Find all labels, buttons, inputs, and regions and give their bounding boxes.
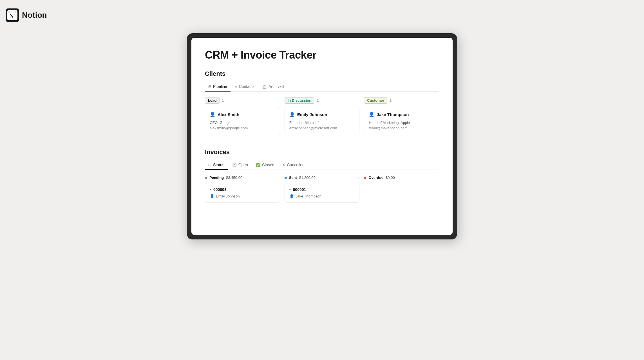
sent-status-label: Sent: [289, 175, 297, 180]
invoice-000003-icon: ▪: [210, 187, 211, 192]
client-email-alex: alexsmith@google.com: [210, 126, 275, 130]
contacts-tab-label: Contacts: [239, 84, 254, 89]
in-discussion-column: In Discussion 1 👤 Emily Johnson Founder,…: [285, 97, 360, 135]
device-frame: CRM + Invoice Tracker Clients ⊞ Pipeline…: [187, 33, 457, 239]
cancelled-tab-label: Cancelled: [287, 163, 305, 167]
client-card-alex[interactable]: 👤 Alex Smith CEO, Google alexsmith@googl…: [205, 107, 280, 135]
customer-count: 1: [390, 98, 392, 103]
in-discussion-column-header: In Discussion 1: [285, 97, 360, 104]
overdue-status-label: Overdue: [368, 175, 383, 180]
invoice-000001-client: Jake Thompson: [296, 194, 321, 198]
closed-tab-icon: ✅: [256, 163, 260, 167]
invoice-000003-client-row: 👤 Emily Johnson: [210, 194, 275, 198]
client-avatar-icon: 👤: [210, 112, 215, 117]
tab-archived[interactable]: 📋 Archived: [259, 82, 287, 92]
open-tab-label: Open: [238, 163, 248, 167]
client-email-emily: emilyjohnson@microsoft.com: [289, 126, 355, 130]
client-name-alex: Alex Smith: [218, 112, 240, 117]
svg-rect-3: [8, 11, 10, 13]
invoice-000003-number: 000003: [213, 187, 227, 192]
tab-cancelled[interactable]: ✗ Cancelled: [279, 160, 308, 170]
invoice-000003-client-icon: 👤: [210, 194, 214, 198]
sent-amount: $1,200.00: [299, 175, 316, 180]
overdue-column: Overdue $0.00: [364, 175, 439, 203]
invoice-card-000003[interactable]: ▪ 000003 👤 Emily Johnson: [205, 183, 280, 203]
invoice-000001-number: 000001: [293, 187, 306, 192]
invoice-000001-icon: ▪: [289, 187, 291, 192]
clients-section-title: Clients: [205, 70, 439, 77]
client-name-row: 👤 Alex Smith: [210, 112, 275, 117]
emily-name-row: 👤 Emily Johnson: [289, 112, 355, 117]
page-title: CRM + Invoice Tracker: [205, 49, 439, 61]
invoice-card-000001[interactable]: ▪ 000001 👤 Jake Thompson: [285, 183, 360, 203]
lead-label: Lead: [205, 97, 220, 104]
tab-closed[interactable]: ✅ Closed: [252, 160, 278, 170]
tab-status[interactable]: ⊞ Status: [205, 160, 228, 170]
page-content: CRM + Invoice Tracker Clients ⊞ Pipeline…: [191, 38, 453, 214]
svg-rect-4: [15, 11, 16, 13]
pipeline-columns: Lead 1 👤 Alex Smith CEO, Google alexsmit…: [205, 97, 439, 135]
contacts-tab-icon: ○: [235, 85, 237, 89]
jake-avatar-icon: 👤: [369, 112, 374, 117]
sent-column: Sent $1,200.00 ▪ 000001 👤 Jake Thompson: [285, 175, 360, 203]
overdue-dot: [364, 177, 366, 179]
client-name-emily: Emily Johnson: [297, 112, 327, 117]
in-discussion-count: 1: [317, 98, 319, 103]
client-role-emily: Founder, Microsoft: [289, 121, 355, 125]
invoice-columns: Pending $3,450.00 ▪ 000003 👤 Emily Johns…: [205, 175, 439, 203]
open-tab-icon: 🕐: [232, 163, 237, 167]
notion-branding: N Notion: [6, 6, 638, 25]
pipeline-tab-label: Pipeline: [213, 84, 227, 89]
notion-logo-text: Notion: [22, 11, 47, 20]
pending-status-label: Pending: [209, 175, 224, 180]
invoice-000003-client: Emily Johnson: [216, 194, 240, 198]
invoices-section-title: Invoices: [205, 148, 439, 156]
svg-text:N: N: [9, 12, 14, 19]
archived-tab-icon: 📋: [262, 85, 267, 89]
customer-column-header: Customer 1: [364, 97, 439, 104]
pipeline-tab-icon: ⊞: [208, 85, 211, 89]
invoice-000001-number-row: ▪ 000001: [289, 187, 355, 192]
pending-amount: $3,450.00: [226, 175, 242, 180]
pending-column-header: Pending $3,450.00: [205, 175, 280, 180]
client-role-alex: CEO, Google: [210, 121, 275, 125]
client-role-jake: Head of Marketing, Apple: [369, 121, 434, 125]
jake-name-row: 👤 Jake Thompson: [369, 112, 434, 117]
cancelled-tab-icon: ✗: [282, 163, 285, 167]
status-tab-label: Status: [213, 163, 224, 167]
lead-column-header: Lead 1: [205, 97, 280, 104]
sent-dot: [285, 177, 287, 179]
client-card-emily[interactable]: 👤 Emily Johnson Founder, Microsoft emily…: [285, 107, 360, 135]
invoice-000003-number-row: ▪ 000003: [210, 187, 275, 192]
tab-pipeline[interactable]: ⊞ Pipeline: [205, 82, 231, 92]
customer-column: Customer 1 👤 Jake Thompson Head of Marke…: [364, 97, 439, 135]
customer-label: Customer: [364, 97, 387, 104]
pending-column: Pending $3,450.00 ▪ 000003 👤 Emily Johns…: [205, 175, 280, 203]
emily-avatar-icon: 👤: [289, 112, 295, 117]
overdue-column-header: Overdue $0.00: [364, 175, 439, 180]
notion-logo-icon: N: [6, 8, 19, 22]
client-card-jake[interactable]: 👤 Jake Thompson Head of Marketing, Apple…: [364, 107, 439, 135]
invoice-000001-client-icon: 👤: [289, 194, 294, 198]
closed-tab-label: Closed: [262, 163, 274, 167]
client-email-jake: team@makenotion.com: [369, 126, 434, 130]
lead-column: Lead 1 👤 Alex Smith CEO, Google alexsmit…: [205, 97, 280, 135]
device-screen: CRM + Invoice Tracker Clients ⊞ Pipeline…: [191, 38, 453, 235]
client-name-jake: Jake Thompson: [377, 112, 409, 117]
overdue-amount: $0.00: [386, 175, 395, 180]
pending-dot: [205, 177, 207, 179]
sent-column-header: Sent $1,200.00: [285, 175, 360, 180]
clients-section: Clients ⊞ Pipeline ○ Contacts 📋 Archived: [205, 70, 439, 135]
clients-tabs: ⊞ Pipeline ○ Contacts 📋 Archived: [205, 82, 439, 92]
invoice-000001-client-row: 👤 Jake Thompson: [289, 194, 355, 198]
invoices-section: Invoices ⊞ Status 🕐 Open ✅ Closed: [205, 148, 439, 203]
archived-tab-label: Archived: [269, 84, 284, 89]
invoices-tabs: ⊞ Status 🕐 Open ✅ Closed ✗ Cancelled: [205, 160, 439, 170]
status-tab-icon: ⊞: [208, 163, 211, 167]
tab-open[interactable]: 🕐 Open: [229, 160, 251, 170]
lead-count: 1: [222, 98, 224, 103]
in-discussion-label: In Discussion: [285, 97, 315, 104]
tab-contacts[interactable]: ○ Contacts: [232, 82, 258, 92]
